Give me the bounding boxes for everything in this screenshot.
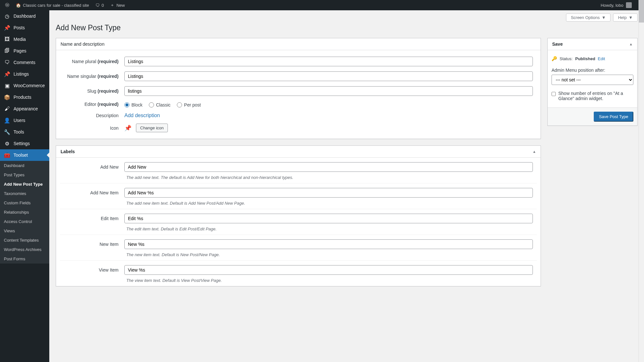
editor-block-radio[interactable]: Block: [124, 102, 142, 107]
name-description-panel: Name and description Name plural (requir…: [56, 38, 541, 139]
toolset-submenu: Dashboard Post Types Add New Post Type T…: [0, 161, 49, 264]
editor-classic-radio[interactable]: Classic: [149, 102, 170, 107]
scrollbar-thumb[interactable]: [639, 0, 644, 23]
submenu-relationships[interactable]: Relationships: [0, 208, 49, 217]
sidebar-item-tools[interactable]: 🔧Tools: [0, 126, 49, 138]
label-field-input[interactable]: [124, 265, 533, 275]
label-help-text: The view item text. Default is View Post…: [126, 278, 222, 283]
name-singular-label: Name singular (required): [60, 74, 124, 79]
home-icon: 🏠: [16, 3, 21, 8]
comments-link[interactable]: 🗨0: [93, 3, 106, 8]
pages-icon: 🗐: [4, 48, 10, 54]
comment-icon: 🗨: [95, 3, 100, 8]
submenu-dashboard[interactable]: Dashboard: [0, 161, 49, 170]
label-help-text: The edit item text. Default is Edit Post…: [126, 227, 216, 231]
sidebar-label: Tools: [14, 129, 24, 135]
new-link[interactable]: ＋New: [108, 2, 127, 8]
pin-icon: 📌: [4, 24, 10, 31]
sidebar-item-toolset[interactable]: 🧰Toolset: [0, 149, 49, 161]
description-label: Description: [60, 113, 124, 118]
collapse-icon[interactable]: ▲: [533, 150, 536, 153]
editor-label: Editor (required): [60, 102, 124, 107]
editor-perpost-radio[interactable]: Per post: [177, 102, 201, 107]
slug-label: Slug (required): [60, 88, 124, 94]
panel-header[interactable]: Labels▲: [56, 146, 541, 158]
label-help-text: The add new text. The default is Add New…: [126, 175, 293, 180]
sidebar-label: Appearance: [14, 106, 38, 111]
label-field-input[interactable]: [124, 239, 533, 249]
sidebar-item-comments[interactable]: 🗨Comments: [0, 57, 49, 68]
sidebar-item-dashboard[interactable]: ◷Dashboard: [0, 10, 49, 22]
change-icon-button[interactable]: Change icon: [136, 124, 168, 132]
posttype-icon: 📌: [124, 125, 131, 132]
content-area: Screen Options ▼ Help ▼ Add New Post Typ…: [49, 10, 644, 362]
wp-logo[interactable]: ⓦ: [3, 2, 12, 8]
submenu-access-control[interactable]: Access Control: [0, 217, 49, 226]
submenu-wordpress-archives[interactable]: WordPress Archives: [0, 245, 49, 254]
panel-title: Name and description: [61, 42, 104, 47]
sidebar-item-appearance[interactable]: 🖌Appearance: [0, 103, 49, 115]
screen-options-label: Screen Options: [571, 15, 600, 20]
sidebar-item-listings[interactable]: 📌Listings: [0, 68, 49, 80]
sidebar-label: Dashboard: [14, 14, 36, 19]
sidebar-item-posts[interactable]: 📌Posts: [0, 22, 49, 33]
help-button[interactable]: Help ▼: [613, 14, 638, 22]
submenu-custom-fields[interactable]: Custom Fields: [0, 198, 49, 208]
panel-header: Name and description: [56, 38, 541, 50]
media-icon: 🖾: [4, 36, 10, 42]
menu-position-select[interactable]: --- not set ---: [552, 75, 633, 85]
radio-label: Per post: [184, 102, 201, 107]
sidebar-item-users[interactable]: 👤Users: [0, 115, 49, 126]
save-panel: Save▲ 🔑 Status: Published Edit Admin Men…: [547, 38, 638, 126]
label-field-input[interactable]: [124, 188, 533, 198]
edit-status-link[interactable]: Edit: [598, 56, 605, 61]
submenu-taxonomies[interactable]: Taxonomies: [0, 189, 49, 198]
site-name: Classic cars for sale - classified site: [23, 3, 89, 8]
comment-count: 0: [101, 3, 104, 8]
show-entries-checkbox[interactable]: Show number of entries on "At a Glance" …: [552, 88, 633, 104]
sidebar-label: Toolset: [14, 153, 28, 158]
wordpress-icon: ⓦ: [5, 2, 9, 8]
panel-header[interactable]: Save▲: [548, 38, 637, 50]
panel-title: Save: [552, 42, 563, 47]
products-icon: 📦: [4, 94, 10, 100]
label-field-input[interactable]: [124, 214, 533, 223]
sidebar-label: Products: [14, 95, 31, 100]
name-plural-input[interactable]: [124, 57, 533, 66]
label-field-label: Add New: [60, 164, 124, 170]
site-link[interactable]: 🏠Classic cars for sale - classified site: [13, 3, 91, 8]
icon-label: Icon: [60, 125, 124, 131]
sidebar-item-woocommerce[interactable]: ▣WooCommerce: [0, 80, 49, 91]
admin-sidebar: ◷Dashboard 📌Posts 🖾Media 🗐Pages 🗨Comment…: [0, 10, 49, 362]
pin-icon: 📌: [4, 71, 10, 77]
scrollbar[interactable]: [639, 0, 644, 362]
dashboard-icon: ◷: [4, 13, 10, 19]
greeting[interactable]: Howdy, lobo: [601, 3, 623, 8]
toolset-icon: 🧰: [4, 152, 10, 158]
radio-label: Block: [131, 102, 142, 107]
save-post-type-button[interactable]: Save Post Type: [594, 112, 633, 122]
submenu-post-types[interactable]: Post Types: [0, 170, 49, 180]
submenu-add-new-post-type[interactable]: Add New Post Type: [0, 180, 49, 189]
sidebar-label: Users: [14, 118, 25, 123]
menu-position-label: Admin Menu position after:: [552, 68, 633, 73]
name-singular-input[interactable]: [124, 71, 533, 81]
sidebar-item-pages[interactable]: 🗐Pages: [0, 45, 49, 57]
submenu-post-forms[interactable]: Post Forms: [0, 254, 49, 264]
screen-options-button[interactable]: Screen Options ▼: [566, 14, 610, 22]
checkbox-label: Show number of entries on "At a Glance" …: [558, 91, 633, 101]
page-title: Add New Post Type: [56, 23, 638, 32]
submenu-views[interactable]: Views: [0, 226, 49, 236]
collapse-icon[interactable]: ▲: [629, 42, 633, 46]
add-description-link[interactable]: Add description: [124, 113, 160, 118]
sidebar-item-settings[interactable]: ⚙Settings: [0, 138, 49, 149]
label-field-input[interactable]: [124, 162, 533, 172]
sidebar-item-media[interactable]: 🖾Media: [0, 33, 49, 45]
sidebar-item-products[interactable]: 📦Products: [0, 91, 49, 103]
avatar[interactable]: [626, 2, 632, 8]
submenu-content-templates[interactable]: Content Templates: [0, 236, 49, 245]
sidebar-label: Comments: [14, 60, 35, 65]
slug-input[interactable]: [124, 86, 533, 96]
plus-icon: ＋: [110, 2, 114, 8]
status-label: Status:: [560, 56, 572, 61]
